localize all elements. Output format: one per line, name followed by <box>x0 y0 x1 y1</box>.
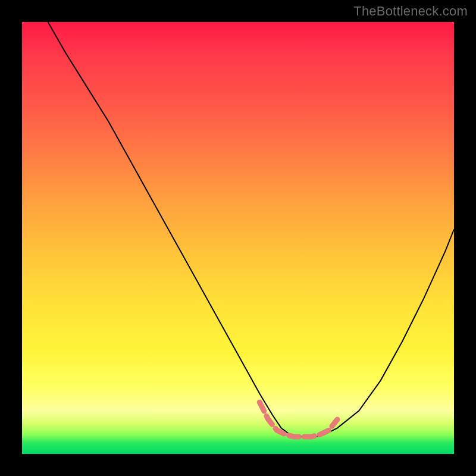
pink-dashed-segment <box>259 402 337 437</box>
plot-area <box>22 22 454 454</box>
chart-frame: TheBottleneck.com <box>0 0 476 476</box>
watermark-text: TheBottleneck.com <box>353 4 468 19</box>
black-curve <box>48 22 454 437</box>
curve-overlay <box>22 22 454 454</box>
